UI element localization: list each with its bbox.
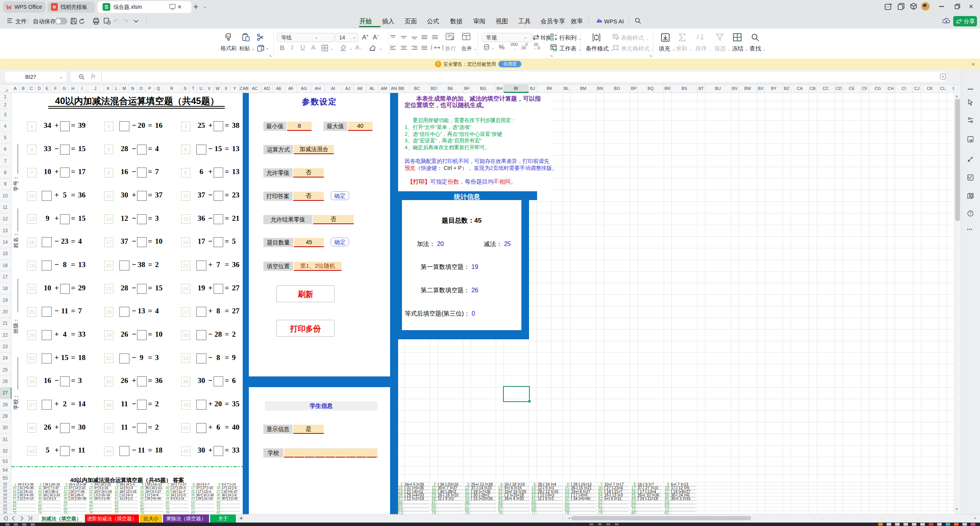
svg-text:⌄: ⌄ bbox=[491, 46, 494, 50]
svg-text:⌄: ⌄ bbox=[379, 46, 382, 50]
svg-text:↶: ↶ bbox=[113, 18, 118, 24]
svg-text:⌄: ⌄ bbox=[349, 46, 352, 50]
svg-text:⌄: ⌄ bbox=[330, 46, 333, 50]
svg-text:W: W bbox=[6, 4, 12, 11]
svg-text:?: ? bbox=[969, 212, 972, 216]
svg-text:↷: ↷ bbox=[123, 18, 129, 24]
